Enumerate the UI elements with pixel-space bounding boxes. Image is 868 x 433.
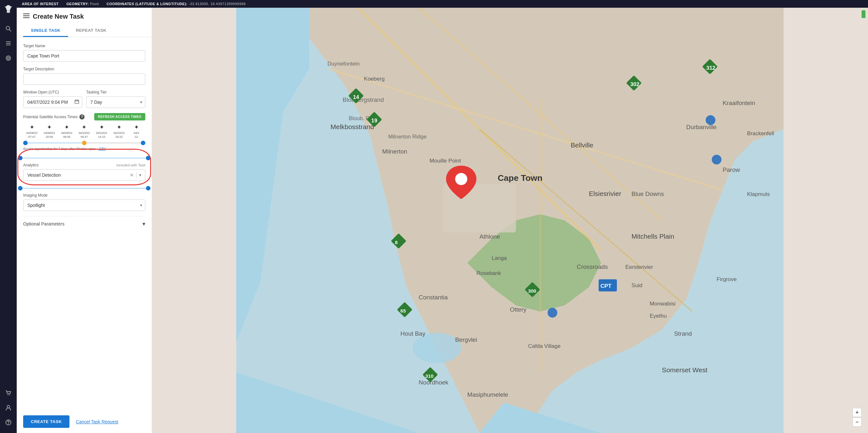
svg-point-11: [7, 405, 10, 408]
sat-slider-left-handle[interactable]: [23, 141, 28, 145]
layers-nav-icon[interactable]: [2, 52, 14, 64]
analytics-header: Analytics Included with Task: [23, 163, 145, 167]
svg-point-8: [7, 57, 9, 59]
satellite-icon-1: ✦: [30, 124, 34, 131]
user-nav-icon[interactable]: [2, 402, 14, 414]
target-desc-group: Target Description: [23, 67, 145, 85]
window-open-label: Window Open (UTC): [23, 90, 82, 94]
svg-text:Parow: Parow: [723, 166, 740, 173]
list-nav-icon[interactable]: [2, 37, 14, 49]
imaging-slider-left[interactable]: [18, 186, 23, 191]
svg-point-9: [8, 395, 9, 395]
svg-text:Melkbosstrand: Melkbosstrand: [331, 123, 374, 130]
svg-text:Eyethu: Eyethu: [650, 313, 667, 319]
target-name-input[interactable]: [23, 50, 145, 62]
optional-params-toggle[interactable]: Optional Parameters ▾: [23, 216, 145, 231]
svg-text:Noordhoek: Noordhoek: [418, 379, 448, 386]
tasking-tier-group: Tasking Tier 1 Day 3 Day 7 Day 14 Day ▾: [86, 90, 145, 108]
svg-point-10: [9, 395, 10, 395]
sat-date-5: 04/10/2214:10: [96, 131, 107, 139]
imaging-mode-section: Imaging Mode Spotlight Stripmap Sliding …: [23, 186, 145, 211]
satellite-access-section: Potential Satellite Access Times ? REFRE…: [23, 113, 145, 151]
satellite-icon-4: ✦: [82, 124, 87, 131]
csv-download-link[interactable]: .CSV: [98, 147, 106, 151]
logo[interactable]: [3, 3, 14, 15]
window-open-group: Window Open (UTC): [23, 90, 82, 108]
tasking-tier-label: Tasking Tier: [86, 90, 145, 94]
refresh-access-times-button[interactable]: REFRESH ACCESS TIMES: [94, 113, 145, 121]
area-of-interest-label: AREA OF INTEREST: [22, 2, 59, 6]
optional-params-chevron-icon: ▾: [143, 220, 145, 227]
imaging-slider-line: [23, 188, 146, 189]
satellite-icon-7: ✦: [134, 124, 139, 131]
svg-text:Milnerton: Milnerton: [382, 148, 407, 155]
map-panel: Cape Town Melkbosstrand Bloubergstrand M…: [152, 8, 868, 433]
imaging-slider-right[interactable]: [146, 186, 151, 191]
sat-point-7: ✦ 04/112:: [128, 124, 145, 139]
target-desc-label: Target Description: [23, 67, 145, 71]
tab-single-task[interactable]: SINGLE TASK: [23, 25, 68, 37]
analytics-slider-row: [17, 156, 152, 160]
zoom-out-button[interactable]: −: [852, 418, 862, 427]
svg-text:Strand: Strand: [674, 330, 692, 337]
sat-icons-row: ✦ 04/08/2207:47 ✦ 04/08/2220:56 ✦ 04/09/…: [23, 124, 145, 139]
analytics-label: Analytics: [23, 163, 38, 167]
window-open-input[interactable]: [23, 96, 82, 108]
svg-text:65: 65: [401, 308, 406, 313]
svg-text:14: 14: [353, 94, 359, 100]
svg-text:19: 19: [371, 118, 377, 124]
zoom-in-button[interactable]: +: [852, 408, 862, 417]
cancel-task-button[interactable]: Cancel Task Request: [76, 419, 118, 424]
svg-text:Monwabisi: Monwabisi: [650, 301, 676, 307]
sat-header: Potential Satellite Access Times ? REFRE…: [23, 113, 145, 121]
menu-icon[interactable]: [23, 13, 30, 20]
window-open-input-wrapper: [23, 96, 82, 108]
form-body: Target Name Target Description Window Op…: [17, 37, 152, 410]
sat-slider-line-active: [28, 143, 82, 143]
tabs: SINGLE TASK REPEAT TASK: [23, 25, 145, 37]
sat-point-5: ✦ 04/10/2214:10: [93, 124, 110, 139]
search-nav-icon[interactable]: [2, 23, 14, 35]
help-badge-icon[interactable]: ?: [80, 114, 85, 120]
tasking-tier-select[interactable]: 1 Day 3 Day 7 Day 14 Day: [86, 96, 145, 108]
sat-point-2: ✦ 04/08/2220:56: [40, 124, 58, 139]
vessel-clear-icon[interactable]: ✕: [130, 172, 134, 178]
svg-text:Mitchells Plain: Mitchells Plain: [631, 233, 674, 240]
imaging-mode-group: Imaging Mode Spotlight Stripmap Sliding …: [23, 193, 145, 211]
svg-text:Firgrove: Firgrove: [717, 276, 737, 282]
help-nav-icon[interactable]: [2, 416, 14, 429]
create-task-button[interactable]: CREATE TASK: [23, 415, 69, 428]
svg-point-82: [712, 155, 721, 164]
vessel-chevron-icon[interactable]: ▾: [139, 173, 141, 177]
vessel-detection-select[interactable]: Vessel Detection ✕ ▾: [23, 169, 145, 181]
satellite-icon-2: ✦: [47, 124, 52, 131]
target-name-label: Target Name: [23, 44, 145, 48]
svg-text:Milnerton Ridge: Milnerton Ridge: [389, 134, 427, 140]
svg-text:Bellville: Bellville: [570, 141, 593, 149]
sat-slider-right-handle[interactable]: [141, 141, 145, 145]
form-title: Create New Task: [33, 13, 84, 20]
svg-text:Constantia: Constantia: [418, 294, 448, 301]
svg-text:Masiphumelele: Masiphumelele: [467, 391, 508, 398]
svg-point-29: [412, 333, 461, 363]
satellite-icon-5: ✦: [99, 124, 104, 131]
svg-text:Koeberg: Koeberg: [364, 76, 384, 82]
imaging-mode-select-wrapper: Spotlight Stripmap Sliding Spotlight ▾: [23, 199, 145, 211]
sat-slider-middle-handle[interactable]: [82, 141, 87, 145]
imaging-mode-select[interactable]: Spotlight Stripmap Sliding Spotlight: [23, 199, 145, 211]
target-desc-input[interactable]: [23, 73, 145, 85]
svg-text:Blue Downs: Blue Downs: [631, 191, 664, 197]
svg-text:Ottery: Ottery: [510, 306, 527, 313]
analytics-slider-left[interactable]: [18, 156, 23, 160]
analytics-slider-right[interactable]: [146, 156, 151, 160]
satellite-icon-6: ✦: [117, 124, 122, 131]
cart-nav-icon[interactable]: [2, 387, 14, 399]
svg-text:Rosebank: Rosebank: [476, 270, 501, 276]
sat-point-1: ✦ 04/08/2207:47: [23, 124, 40, 139]
target-name-group: Target Name: [23, 44, 145, 62]
tab-repeat-task[interactable]: REPEAT TASK: [68, 25, 114, 37]
svg-point-13: [8, 424, 9, 424]
form-actions: CREATE TASK Cancel Task Request: [17, 410, 152, 433]
svg-text:Duynefontein: Duynefontein: [328, 61, 360, 67]
sat-date-4: 04/10/2205:47: [79, 131, 90, 139]
